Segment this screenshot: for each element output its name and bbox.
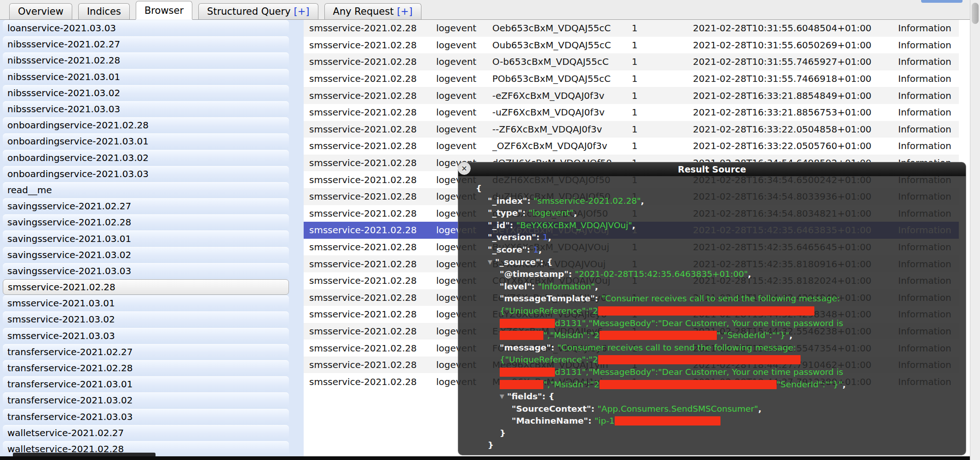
table-row[interactable]: smsservice-2021.02.28logevent-eZF6XcBxM_… bbox=[304, 87, 959, 104]
json-segment: , bbox=[574, 208, 577, 218]
table-row[interactable]: smsservice-2021.02.28logeventOeb653cBxM_… bbox=[304, 20, 959, 37]
sidebar-item-smsservice-2021-02-28[interactable]: smsservice-2021.02.28 bbox=[3, 279, 289, 295]
sidebar-item-nibssservice-2021-02-28[interactable]: nibssservice-2021.02.28 bbox=[3, 52, 289, 68]
tab-label: Browser bbox=[144, 5, 184, 16]
cell-index: smsservice-2021.02.28 bbox=[304, 191, 436, 202]
cell-type: logevent bbox=[436, 90, 492, 101]
json-segment: , bbox=[758, 404, 761, 414]
cell-score: 1 bbox=[632, 73, 693, 84]
sidebar-item-savingsservice-2021-03-02[interactable]: savingsservice-2021.03.02 bbox=[3, 247, 289, 263]
top-scroll-accent bbox=[921, 0, 963, 3]
cell-score: 1 bbox=[632, 140, 693, 151]
sidebar-item-nibssservice-2021-03-02[interactable]: nibssservice-2021.03.02 bbox=[3, 85, 289, 101]
json-segment: , bbox=[632, 220, 635, 230]
sidebar-item-savingsservice-2021-03-03[interactable]: savingsservice-2021.03.03 bbox=[3, 263, 289, 279]
json-segment: "_index": bbox=[488, 196, 534, 206]
cell-type: logevent bbox=[436, 23, 492, 34]
json-segment: "_source": { bbox=[495, 257, 553, 267]
cell-ts: 2021-02-28T16:33:22.0504858+01:00 bbox=[693, 124, 898, 135]
cell-ts: 2021-02-28T16:33:22.0505760+01:00 bbox=[693, 140, 898, 151]
sidebar-item-savingsservice-2021-03-01[interactable]: savingsservice-2021.03.01 bbox=[3, 230, 289, 246]
redaction-overlay bbox=[600, 331, 717, 340]
cell-index: smsservice-2021.02.28 bbox=[304, 259, 436, 270]
sidebar-item-transferservice-2021-02-28[interactable]: transferservice-2021.02.28 bbox=[3, 360, 289, 376]
cell-index: smsservice-2021.02.28 bbox=[304, 224, 436, 236]
cell-id: --ZF6XcBxM_VDQAJ0f3v bbox=[492, 124, 632, 135]
redaction-overlay bbox=[500, 319, 555, 328]
table-row[interactable]: smsservice-2021.02.28logevent-uZF6XcBxM_… bbox=[304, 104, 959, 121]
json-segment: { bbox=[476, 184, 482, 193]
sidebar-item-smsservice-2021-03-02[interactable]: smsservice-2021.03.02 bbox=[3, 311, 289, 327]
json-segment: ","SenderId":""}" bbox=[717, 330, 790, 340]
sidebar-item-read-me[interactable]: read__me bbox=[3, 182, 289, 198]
json-segment: ","Msisdn":"2 bbox=[543, 380, 600, 389]
sidebar-item-smsservice-2021-03-03[interactable]: smsservice-2021.03.03 bbox=[3, 328, 289, 344]
json-line: ","Msisdn":"2","SenderId":""}", bbox=[458, 329, 966, 342]
table-row[interactable]: smsservice-2021.02.28logevent_OZF6XcBxM_… bbox=[304, 138, 959, 155]
close-icon[interactable]: ✕ bbox=[458, 162, 471, 175]
sidebar-item-loanservice-2021-03-03[interactable]: loanservice-2021.03.03 bbox=[3, 20, 289, 36]
cell-score: 1 bbox=[632, 23, 693, 34]
cell-index: smsservice-2021.02.28 bbox=[304, 107, 436, 118]
scrollbar-thumb[interactable] bbox=[972, 3, 979, 24]
cell-type: logevent bbox=[436, 124, 492, 135]
sidebar-item-transferservice-2021-03-03[interactable]: transferservice-2021.03.03 bbox=[3, 409, 289, 425]
sidebar-item-transferservice-2021-02-27[interactable]: transferservice-2021.02.27 bbox=[3, 344, 289, 360]
tab-browser[interactable]: Browser bbox=[136, 1, 192, 19]
cell-level: Information bbox=[898, 23, 958, 34]
tab-structured-query[interactable]: Structured Query[+] bbox=[198, 3, 318, 19]
cell-type: logevent bbox=[436, 140, 492, 151]
tab-any-request[interactable]: Any Request[+] bbox=[324, 3, 421, 19]
json-segment: 1 bbox=[533, 245, 539, 254]
sidebar-item-savingsservice-2021-02-27[interactable]: savingsservice-2021.02.27 bbox=[3, 198, 289, 214]
cell-score: 1 bbox=[632, 124, 693, 135]
json-line: {"UniqueReference":"2 bbox=[458, 305, 966, 317]
json-line: } bbox=[458, 427, 966, 440]
json-segment: "@timestamp": bbox=[500, 269, 575, 279]
bottom-black-bar bbox=[0, 456, 980, 460]
cell-level: Information bbox=[898, 124, 958, 135]
collapse-triangle-icon[interactable]: ▼ bbox=[488, 259, 492, 265]
json-line: "_index": "smsservice-2021.02.28", bbox=[458, 195, 966, 207]
sidebar-item-walletservice-2021-02-27[interactable]: walletservice-2021.02.27 bbox=[3, 425, 289, 441]
json-segment: "_id": bbox=[488, 220, 516, 230]
json-segment: "logevent" bbox=[529, 208, 574, 218]
sidebar-item-onboardingservice-2021-03-02[interactable]: onboardingservice-2021.03.02 bbox=[3, 150, 289, 166]
cell-index: smsservice-2021.02.28 bbox=[304, 174, 436, 185]
tab-overview[interactable]: Overview bbox=[9, 3, 72, 19]
redaction-overlay bbox=[500, 380, 543, 389]
json-line: { bbox=[458, 183, 966, 195]
sidebar-item-nibssservice-2021-03-01[interactable]: nibssservice-2021.03.01 bbox=[3, 69, 289, 85]
sidebar-item-nibssservice-2021-02-27[interactable]: nibssservice-2021.02.27 bbox=[3, 36, 289, 52]
cell-level: Information bbox=[898, 90, 958, 101]
cell-id: -eZF6XcBxM_VDQAJ0f3v bbox=[492, 90, 632, 101]
json-segment: "messageTemplate": bbox=[500, 293, 601, 303]
sidebar-item-savingsservice-2021-02-28[interactable]: savingsservice-2021.02.28 bbox=[3, 214, 289, 230]
collapse-triangle-icon[interactable]: ▼ bbox=[500, 393, 504, 400]
table-row[interactable]: smsservice-2021.02.28logeventPOb653cBxM_… bbox=[304, 70, 959, 87]
cell-score: 1 bbox=[632, 90, 693, 101]
sidebar-item-smsservice-2021-03-01[interactable]: smsservice-2021.03.01 bbox=[3, 295, 289, 311]
table-row[interactable]: smsservice-2021.02.28logevent--ZF6XcBxM_… bbox=[304, 121, 959, 138]
cell-index: smsservice-2021.02.28 bbox=[304, 40, 436, 51]
sidebar-item-transferservice-2021-03-01[interactable]: transferservice-2021.03.01 bbox=[3, 376, 289, 392]
cell-index: smsservice-2021.02.28 bbox=[304, 124, 436, 135]
sidebar-item-onboardingservice-2021-03-01[interactable]: onboardingservice-2021.03.01 bbox=[3, 133, 289, 149]
sidebar-item-nibssservice-2021-03-03[interactable]: nibssservice-2021.03.03 bbox=[3, 101, 289, 117]
sidebar-item-onboardingservice-2021-02-28[interactable]: onboardingservice-2021.02.28 bbox=[3, 117, 289, 133]
cell-id: -uZF6XcBxM_VDQAJ0f3v bbox=[492, 107, 632, 118]
tab-indices[interactable]: Indices bbox=[78, 3, 130, 19]
cell-level: Information bbox=[898, 140, 958, 151]
redaction-overlay bbox=[598, 355, 801, 364]
tab-plus-suffix: [+] bbox=[294, 6, 310, 17]
table-row[interactable]: smsservice-2021.02.28logeventO-b653cBxM_… bbox=[304, 53, 959, 70]
sidebar-item-onboardingservice-2021-03-03[interactable]: onboardingservice-2021.03.03 bbox=[3, 166, 289, 182]
json-segment: "message": bbox=[500, 343, 557, 352]
cell-score: 1 bbox=[632, 56, 693, 67]
cell-id: O-b653cBxM_VDQAJ55cC bbox=[492, 56, 632, 67]
window-scrollbar[interactable] bbox=[970, 0, 980, 460]
cell-id: Oeb653cBxM_VDQAJ55cC bbox=[492, 23, 632, 34]
table-row[interactable]: smsservice-2021.02.28logeventOub653cBxM_… bbox=[304, 37, 959, 54]
json-line: {"UniqueReference":"2 bbox=[458, 354, 966, 366]
sidebar-item-transferservice-2021-03-02[interactable]: transferservice-2021.03.02 bbox=[3, 392, 289, 408]
